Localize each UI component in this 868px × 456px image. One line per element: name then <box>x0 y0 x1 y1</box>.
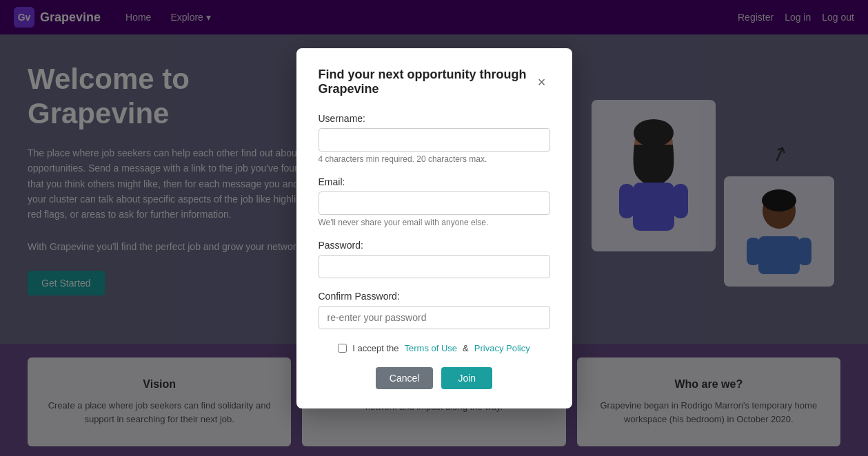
cancel-button[interactable]: Cancel <box>376 367 434 389</box>
terms-prefix: I accept the <box>352 343 398 353</box>
password-group: Password: <box>319 240 550 278</box>
join-button[interactable]: Join <box>441 367 492 389</box>
modal-close-button[interactable]: × <box>534 74 550 90</box>
modal-overlay: Find your next opportunity through Grape… <box>0 0 868 456</box>
confirm-password-group: Confirm Password: <box>319 291 550 329</box>
modal-header: Find your next opportunity through Grape… <box>319 68 550 96</box>
username-label: Username: <box>319 113 550 124</box>
terms-checkbox[interactable] <box>338 344 347 353</box>
terms-of-use-link[interactable]: Terms of Use <box>405 343 458 353</box>
privacy-policy-link[interactable]: Privacy Policy <box>474 343 530 353</box>
terms-ampersand: & <box>463 343 469 353</box>
password-input[interactable] <box>319 255 550 278</box>
email-input[interactable] <box>319 191 550 215</box>
modal-footer: Cancel Join <box>319 367 550 389</box>
registration-modal: Find your next opportunity through Grape… <box>296 48 572 408</box>
confirm-password-input[interactable] <box>319 306 550 329</box>
password-label: Password: <box>319 240 550 251</box>
username-input[interactable] <box>319 128 550 152</box>
email-group: Email: We'll never share your email with… <box>319 176 550 227</box>
modal-title: Find your next opportunity through Grape… <box>319 68 534 96</box>
email-hint: We'll never share your email with anyone… <box>319 218 550 227</box>
username-group: Username: 4 characters min required. 20 … <box>319 113 550 164</box>
terms-row: I accept the Terms of Use & Privacy Poli… <box>319 343 550 353</box>
username-hint: 4 characters min required. 20 characters… <box>319 154 550 164</box>
email-label: Email: <box>319 176 550 187</box>
confirm-password-label: Confirm Password: <box>319 291 550 302</box>
